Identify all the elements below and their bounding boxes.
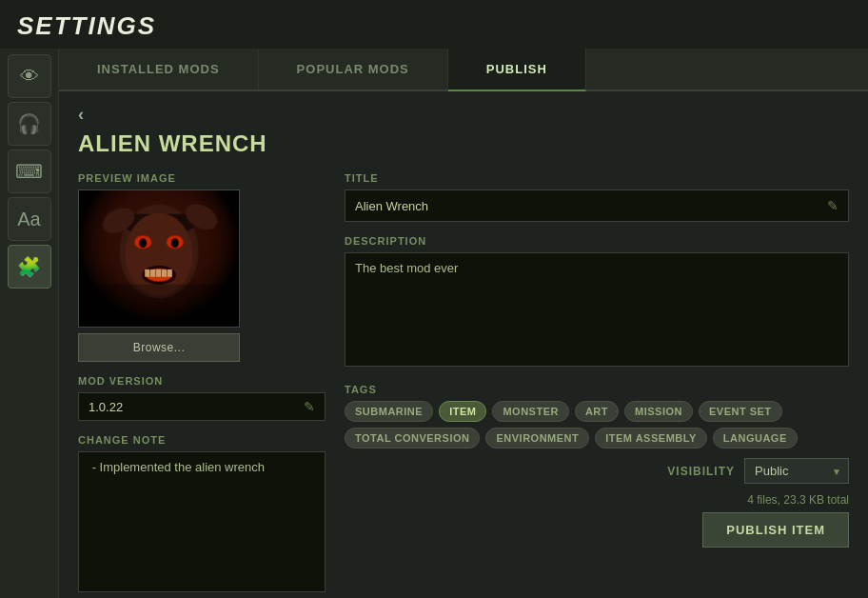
- tag-monster[interactable]: MONSTER: [492, 401, 569, 422]
- preview-label: PREVIEW IMAGE: [78, 172, 326, 184]
- tag-art[interactable]: ART: [575, 401, 619, 422]
- sidebar-item-view[interactable]: 👁: [8, 54, 51, 98]
- right-column: TITLE ✎ DESCRIPTION TAGS: [345, 172, 849, 596]
- tabs-bar: INSTALLED MODS POPULAR MODS PUBLISH: [59, 49, 868, 91]
- version-label: MOD VERSION: [78, 375, 326, 387]
- browse-button[interactable]: Browse...: [78, 333, 240, 362]
- tag-mission[interactable]: MISSION: [624, 401, 693, 422]
- left-column: PREVIEW IMAGE Browse... MOD VERSION ✎: [78, 172, 326, 596]
- sidebar-item-mods[interactable]: 🧩: [8, 245, 51, 289]
- tags-section: TAGS SUBMARINEITEMMONSTERARTMISSIONEVENT…: [345, 384, 849, 448]
- tags-list: SUBMARINEITEMMONSTERARTMISSIONEVENT SETT…: [345, 401, 849, 448]
- visibility-label: VISIBILITY: [667, 465, 735, 478]
- tag-event-set[interactable]: EVENT SET: [699, 401, 782, 422]
- page-title: SETTINGS: [17, 11, 156, 40]
- tag-item[interactable]: ITEM: [439, 401, 486, 422]
- sidebar-item-fonts[interactable]: Aa: [8, 197, 51, 241]
- title-edit-icon[interactable]: ✎: [827, 198, 838, 213]
- changenote-textarea[interactable]: [78, 451, 326, 592]
- bottom-actions: VISIBILITY PublicFriends OnlyPrivateUnli…: [345, 458, 849, 548]
- visibility-select[interactable]: PublicFriends OnlyPrivateUnlisted: [744, 458, 849, 484]
- back-button[interactable]: ‹: [78, 105, 84, 125]
- tag-item-assembly[interactable]: ITEM ASSEMBLY: [595, 428, 707, 448]
- sidebar-item-controls[interactable]: ⌨: [8, 150, 51, 193]
- tab-popular-mods[interactable]: POPULAR MODS: [259, 49, 448, 90]
- preview-image: [78, 189, 240, 328]
- publish-button[interactable]: PUBLISH ITEM: [702, 512, 849, 548]
- version-edit-icon[interactable]: ✎: [304, 399, 315, 414]
- header: SETTINGS: [0, 0, 868, 49]
- sidebar-item-audio[interactable]: 🎧: [8, 102, 51, 146]
- version-input[interactable]: [89, 400, 304, 414]
- page-content: ‹ ALIEN WRENCH PREVIEW IMAGE Browse... M…: [59, 91, 868, 598]
- mod-title-heading: ALIEN WRENCH: [78, 130, 849, 157]
- sidebar: 👁🎧⌨Aa🧩: [0, 49, 59, 598]
- tag-submarine[interactable]: SUBMARINE: [345, 401, 433, 422]
- title-input[interactable]: [355, 199, 827, 213]
- description-section: DESCRIPTION: [345, 235, 849, 370]
- tag-total-conversion[interactable]: TOTAL CONVERSION: [345, 428, 480, 448]
- tags-label: TAGS: [345, 384, 849, 395]
- changenote-label: CHANGE NOTE: [78, 434, 326, 446]
- version-input-row: ✎: [78, 392, 326, 421]
- title-input-row: ✎: [345, 189, 849, 222]
- tag-environment[interactable]: ENVIRONMENT: [485, 428, 589, 448]
- changenote-section: CHANGE NOTE: [78, 434, 326, 596]
- version-section: MOD VERSION ✎: [78, 375, 326, 421]
- title-section: TITLE ✎: [345, 172, 849, 222]
- visibility-select-wrapper: PublicFriends OnlyPrivateUnlisted: [744, 458, 849, 484]
- content-area: INSTALLED MODS POPULAR MODS PUBLISH ‹ AL…: [59, 49, 868, 598]
- description-textarea[interactable]: [345, 252, 849, 367]
- tab-installed-mods[interactable]: INSTALLED MODS: [59, 49, 259, 90]
- tag-language[interactable]: LANGUAGE: [713, 428, 798, 448]
- file-info: 4 files, 23.3 KB total: [747, 493, 849, 507]
- description-label: DESCRIPTION: [345, 235, 849, 247]
- title-field-label: TITLE: [345, 172, 849, 184]
- tab-publish[interactable]: PUBLISH: [448, 49, 586, 91]
